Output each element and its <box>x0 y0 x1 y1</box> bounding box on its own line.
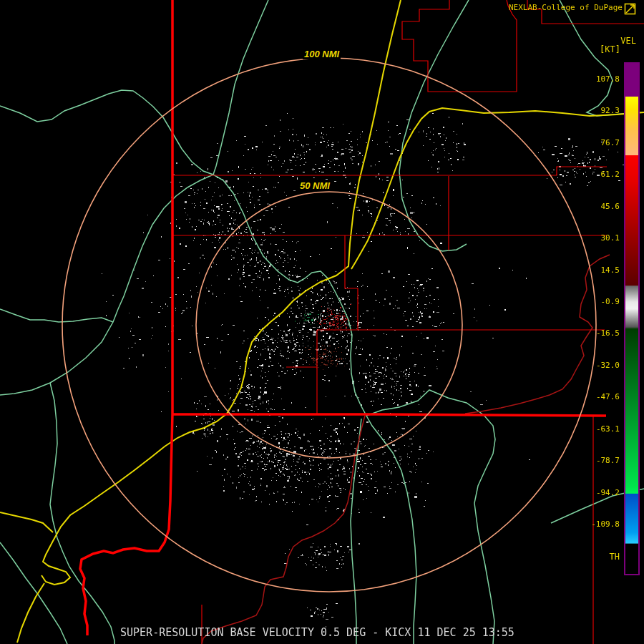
colorbar-field-label: VEL <box>620 36 636 46</box>
colorbar-tick: 76.7 <box>601 138 620 147</box>
colorbar-tick: -16.5 <box>596 328 620 338</box>
nexlab-flag-icon <box>624 2 637 15</box>
colorbar-tick: -94.2 <box>596 488 620 497</box>
state-lines <box>80 0 606 635</box>
colorbar-tick: 30.1 <box>601 233 620 243</box>
colorbar-threshold-label: TH <box>610 552 620 562</box>
range-ring-100nmi <box>62 58 596 592</box>
radar-display: NEXLAB-College of DuPage VEL [KT] 107.89… <box>0 0 644 644</box>
boundary-river-lines <box>202 255 610 644</box>
velocity-colorbar <box>624 62 640 575</box>
page-title: NEXLAB-College of DuPage <box>509 3 623 12</box>
colorbar-tick: -109.8 <box>591 519 620 529</box>
range-ring-50nmi-label: 50 NMI <box>298 180 331 191</box>
river-lines <box>0 0 644 644</box>
colorbar-tick: -78.7 <box>596 456 620 465</box>
colorbar-tick: 45.6 <box>601 202 620 211</box>
range-rings <box>62 58 596 592</box>
product-description: SUPER-RESOLUTION BASE VELOCITY 0.5 DEG -… <box>120 626 514 639</box>
colorbar-tick: -0.9 <box>601 297 620 306</box>
colorbar-tick: 14.5 <box>601 265 620 275</box>
colorbar-tick: 92.3 <box>601 106 620 115</box>
colorbar-tick: 107.8 <box>596 74 620 84</box>
colorbar-tick: -32.0 <box>596 361 620 370</box>
range-ring-50nmi <box>196 192 462 458</box>
colorbar-tick: 61.2 <box>601 170 620 179</box>
highway-lines <box>0 0 644 643</box>
colorbar-units-label: [KT] <box>600 44 620 54</box>
county-lines <box>172 0 644 644</box>
colorbar-tick: -47.6 <box>596 392 620 401</box>
range-ring-100nmi-label: 100 NMI <box>303 49 341 59</box>
map-overlay <box>0 0 644 644</box>
colorbar-tick: -63.1 <box>596 424 620 434</box>
